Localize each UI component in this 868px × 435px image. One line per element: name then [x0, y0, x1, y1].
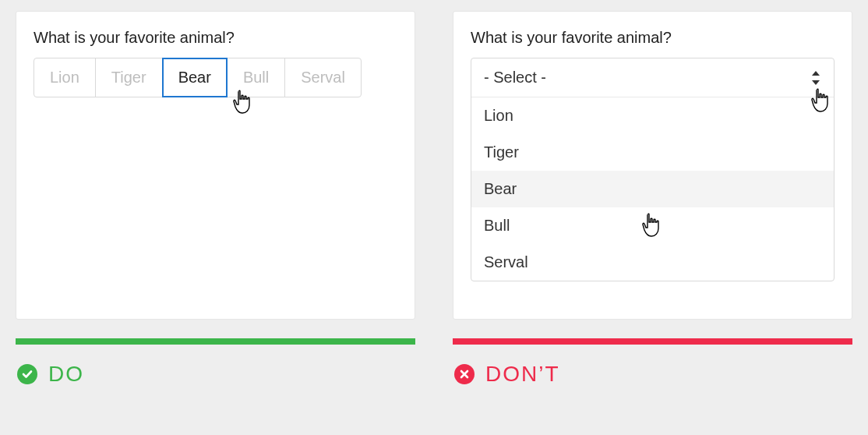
do-caption-label: DO: [48, 362, 84, 387]
segmented-option-bull[interactable]: Bull: [227, 58, 285, 97]
segmented-option-tiger[interactable]: Tiger: [95, 58, 163, 97]
segmented-radio-group: Lion Tiger Bear Bull Serval: [34, 58, 397, 97]
select-option-bear[interactable]: Bear: [471, 171, 834, 207]
do-panel: What is your favorite animal? Lion Tiger…: [16, 11, 415, 320]
segmented-option-bear[interactable]: Bear: [162, 58, 228, 97]
dont-divider-bar: [453, 338, 852, 345]
check-circle-icon: [17, 364, 37, 384]
segmented-option-lion[interactable]: Lion: [34, 58, 96, 97]
select-header[interactable]: - Select -: [471, 58, 834, 97]
updown-spinner-icon: [810, 70, 821, 86]
do-divider-bar: [16, 338, 415, 345]
x-circle-icon: [454, 364, 475, 384]
select-option-list: Lion Tiger Bear Bull Serval: [471, 97, 834, 281]
dont-column: What is your favorite animal? - Select -…: [453, 11, 852, 387]
dont-caption: DON’T: [453, 362, 852, 387]
do-column: What is your favorite animal? Lion Tiger…: [16, 11, 415, 387]
do-question-label: What is your favorite animal?: [34, 29, 397, 47]
do-caption: DO: [16, 362, 415, 387]
dont-caption-label: DON’T: [485, 362, 560, 387]
dont-panel: What is your favorite animal? - Select -…: [453, 11, 852, 320]
select-option-bull[interactable]: Bull: [471, 207, 834, 244]
dont-question-label: What is your favorite animal?: [471, 29, 834, 47]
select-option-serval[interactable]: Serval: [471, 244, 834, 281]
select-dropdown[interactable]: - Select - Lion Tiger Bear Bull Serval: [471, 58, 834, 281]
select-placeholder: - Select -: [484, 69, 546, 87]
select-option-tiger[interactable]: Tiger: [471, 134, 834, 171]
select-option-lion[interactable]: Lion: [471, 97, 834, 134]
segmented-option-serval[interactable]: Serval: [284, 58, 362, 97]
